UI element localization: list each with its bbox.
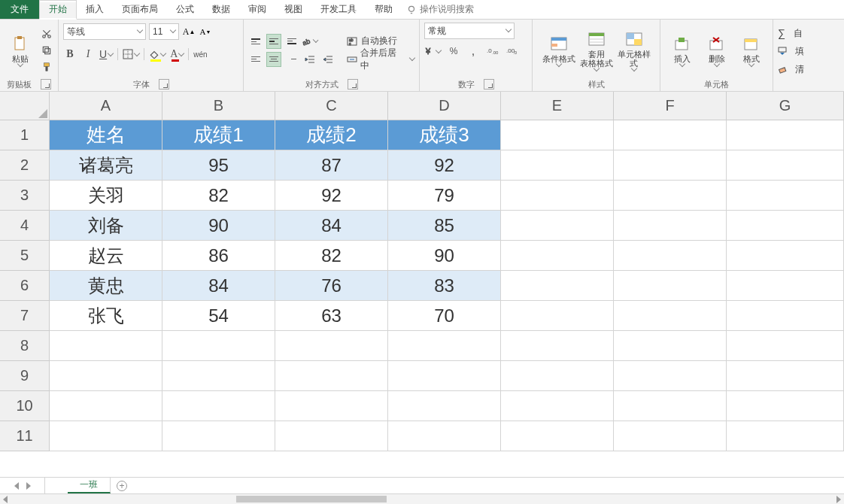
new-sheet-button[interactable]: + — [111, 478, 133, 493]
tab-开始[interactable]: 开始 — [39, 0, 77, 20]
scrollbar-thumb[interactable] — [236, 496, 387, 502]
cell[interactable] — [614, 241, 727, 271]
tab-file[interactable]: 文件 — [0, 0, 39, 19]
row-header-1[interactable]: 1 — [0, 120, 50, 150]
cell[interactable] — [388, 361, 501, 391]
align-right-button[interactable] — [284, 52, 299, 67]
decrease-decimal-button[interactable]: .00.0 — [505, 44, 519, 59]
cell[interactable]: 84 — [275, 211, 388, 241]
scroll-left-button[interactable] — [0, 494, 11, 504]
font-size-select[interactable]: 11 — [149, 23, 179, 40]
col-header-F[interactable]: F — [614, 92, 727, 120]
paste-button[interactable]: 粘贴 — [5, 26, 35, 75]
cell[interactable] — [727, 211, 844, 241]
increase-font-button[interactable]: A▲ — [182, 24, 196, 39]
align-center-button[interactable] — [266, 52, 281, 67]
cell[interactable]: 张飞 — [50, 301, 162, 331]
cell[interactable] — [501, 391, 614, 421]
cell[interactable]: 84 — [162, 271, 275, 301]
cell[interactable]: 成绩1 — [162, 120, 275, 150]
row-header-2[interactable]: 2 — [0, 150, 50, 181]
cell[interactable] — [388, 331, 501, 361]
borders-button[interactable] — [123, 47, 139, 62]
col-header-G[interactable]: G — [727, 92, 844, 120]
cut-button[interactable] — [40, 27, 53, 41]
tab-数据[interactable]: 数据 — [203, 0, 239, 19]
row-header-5[interactable]: 5 — [0, 241, 50, 271]
insert-cells-button[interactable]: 插入 — [667, 26, 697, 75]
cell[interactable] — [275, 361, 388, 391]
row-header-6[interactable]: 6 — [0, 271, 50, 301]
cell[interactable] — [727, 181, 844, 211]
row-header-4[interactable]: 4 — [0, 211, 50, 241]
clear-button[interactable]: 清 — [778, 62, 839, 77]
copy-button[interactable] — [40, 44, 53, 57]
select-all-corner[interactable] — [0, 92, 50, 120]
tell-me-search[interactable]: 操作说明搜索 — [406, 0, 474, 19]
cell[interactable]: 87 — [275, 150, 388, 181]
decrease-font-button[interactable]: A▼ — [199, 24, 212, 39]
cell[interactable]: 姓名 — [50, 120, 162, 150]
cell[interactable]: 诸葛亮 — [50, 150, 162, 181]
cell[interactable] — [50, 391, 162, 421]
cell[interactable]: 90 — [162, 211, 275, 241]
row-header-11[interactable]: 11 — [0, 421, 50, 451]
cell[interactable] — [727, 271, 844, 301]
cell[interactable]: 83 — [388, 271, 501, 301]
col-header-D[interactable]: D — [388, 92, 501, 120]
align-left-button[interactable] — [248, 52, 263, 67]
row-header-10[interactable]: 10 — [0, 391, 50, 421]
cell[interactable] — [614, 421, 727, 451]
col-header-A[interactable]: A — [50, 92, 162, 120]
dialog-launcher-icon[interactable] — [41, 79, 51, 90]
cell[interactable]: 86 — [162, 241, 275, 271]
cell[interactable] — [614, 211, 727, 241]
cell[interactable]: 成绩2 — [275, 120, 388, 150]
cell[interactable] — [727, 391, 844, 421]
cell[interactable]: 成绩3 — [388, 120, 501, 150]
row-header-8[interactable]: 8 — [0, 331, 50, 361]
increase-decimal-button[interactable]: .0.00 — [486, 44, 499, 59]
merge-center-button[interactable]: 合并后居中 — [346, 52, 414, 67]
tab-审阅[interactable]: 审阅 — [239, 0, 275, 19]
dialog-launcher-icon[interactable] — [348, 79, 358, 90]
cell[interactable] — [275, 391, 388, 421]
cell[interactable]: 82 — [162, 181, 275, 211]
cell[interactable] — [614, 391, 727, 421]
align-middle-button[interactable] — [266, 34, 281, 49]
sheet-nav[interactable] — [0, 478, 45, 493]
horizontal-scrollbar[interactable] — [0, 493, 844, 504]
cell[interactable]: 黄忠 — [50, 271, 162, 301]
number-format-select[interactable]: 常规 — [424, 23, 515, 39]
cell[interactable] — [727, 241, 844, 271]
underline-button[interactable]: U — [99, 47, 113, 62]
font-name-select[interactable]: 等线 — [63, 23, 146, 40]
tab-开发工具[interactable]: 开发工具 — [311, 0, 366, 19]
format-table-button[interactable]: 套用 表格格式 — [580, 26, 613, 75]
format-painter-button[interactable] — [40, 60, 53, 74]
cell[interactable] — [614, 181, 727, 211]
fill-color-button[interactable] — [149, 47, 165, 62]
decrease-indent-button[interactable] — [302, 52, 317, 67]
cell[interactable] — [501, 211, 614, 241]
cell[interactable] — [50, 361, 162, 391]
cell[interactable] — [727, 120, 844, 150]
cell[interactable]: 70 — [388, 301, 501, 331]
cell[interactable]: 92 — [275, 181, 388, 211]
cell[interactable] — [162, 421, 275, 451]
cell[interactable] — [614, 361, 727, 391]
cell[interactable] — [727, 301, 844, 331]
comma-button[interactable]: , — [466, 44, 480, 59]
tab-视图[interactable]: 视图 — [275, 0, 311, 19]
cell[interactable] — [501, 241, 614, 271]
cell[interactable]: 92 — [388, 150, 501, 181]
cell[interactable] — [50, 421, 162, 451]
cell[interactable] — [162, 361, 275, 391]
fill-button[interactable]: 填 — [778, 44, 839, 59]
cell[interactable] — [614, 271, 727, 301]
dialog-launcher-icon[interactable] — [484, 79, 494, 90]
cell[interactable] — [501, 331, 614, 361]
phonetic-button[interactable]: wén — [193, 47, 207, 62]
cell[interactable]: 76 — [275, 271, 388, 301]
cell[interactable] — [614, 120, 727, 150]
